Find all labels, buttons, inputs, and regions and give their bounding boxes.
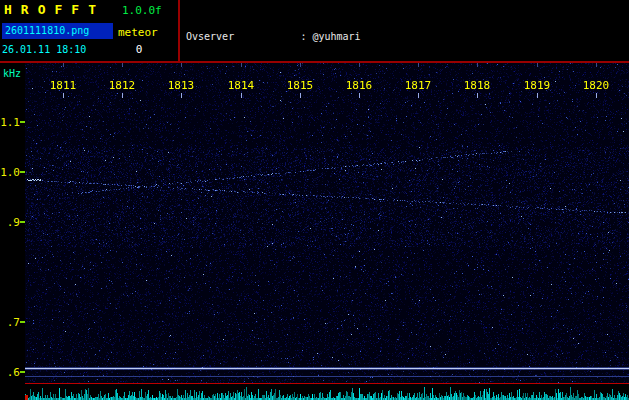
time-tick-label: 1820 [583,79,610,92]
frequency-tick-label: 1.0 [0,166,20,179]
time-tick-label: 1813 [168,79,195,92]
frequency-tick-label: .7 [0,316,20,329]
header-vertical-divider [178,0,180,61]
time-tick-label: 1814 [228,79,255,92]
time-tick-label: 1817 [405,79,432,92]
header-row-observer: Ovserver: @yuhmari [186,30,559,44]
spectrogram-canvas [25,63,629,383]
app-title: HROFFT [4,2,105,17]
meteor-label: meteor [118,26,158,39]
observation-timestamp: 26.01.11 18:10 [2,44,86,55]
signal-level-strip [25,385,629,400]
time-tick-label: 1819 [524,79,551,92]
frequency-axis-label: kHz [3,68,21,79]
plot-bottom-border [25,383,629,384]
frequency-tick-mark [20,221,25,223]
frequency-tick-mark [20,371,25,373]
time-tick-label: 1818 [464,79,491,92]
observer-value: @yuhmari [312,31,360,42]
output-filename: 2601111810.png [2,23,113,39]
time-tick-label: 1816 [346,79,373,92]
time-tick-label: 1811 [50,79,77,92]
frequency-tick-label: 1.1 [0,116,20,129]
time-tick-label: 1815 [287,79,314,92]
meteor-count: 0 [130,43,148,56]
observer-label: Ovserver [186,30,300,44]
app-version: 1.0.0f [122,4,162,17]
hrofft-window: HROFFT 1.0.0f 2601111810.png meteor 0 26… [0,0,629,400]
frequency-tick-mark [20,121,25,123]
frequency-tick-mark [20,171,25,173]
frequency-tick-mark [20,321,25,323]
frequency-tick-label: .6 [0,366,20,379]
separator: : [300,31,312,42]
frequency-tick-label: .9 [0,216,20,229]
time-tick-label: 1812 [109,79,136,92]
